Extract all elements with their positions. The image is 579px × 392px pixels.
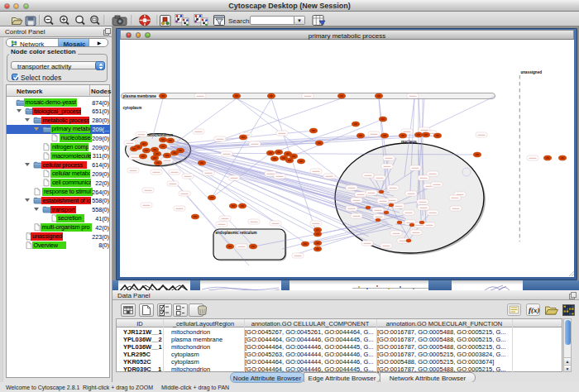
svg-text:endoplasmic reticulum: endoplasmic reticulum xyxy=(216,231,257,235)
svg-text:cytoplasm: cytoplasm xyxy=(123,106,142,110)
svg-text:mitochondrion: mitochondrion xyxy=(146,133,173,137)
svg-text:f(x): f(x) xyxy=(529,306,540,314)
svg-text:plasma membrane: plasma membrane xyxy=(123,94,157,98)
svg-text:unassigned: unassigned xyxy=(521,70,543,74)
